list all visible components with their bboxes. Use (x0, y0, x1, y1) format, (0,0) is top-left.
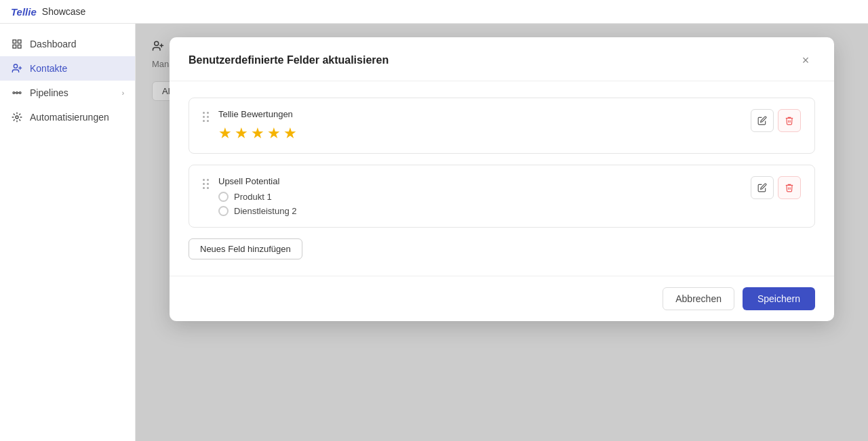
app-title: Showcase (42, 6, 86, 17)
drag-handle-2[interactable] (203, 179, 209, 189)
svg-rect-1 (18, 40, 21, 43)
modal-header: Benutzerdefinierte Felder aktualisieren … (170, 37, 834, 81)
svg-point-7 (19, 92, 21, 94)
field-card-2: Upsell Potential Produkt 1 Dienstleistun… (189, 165, 815, 228)
delete-field-2-button[interactable] (778, 176, 801, 199)
cancel-button[interactable]: Abbrechen (663, 287, 734, 310)
drag-dot (203, 187, 205, 189)
drag-dot (203, 112, 205, 114)
drag-dot (203, 116, 205, 118)
edit-field-1-button[interactable] (751, 109, 774, 132)
sidebar-item-kontakte[interactable]: Kontakte (0, 56, 135, 81)
stars-display: ★ ★ ★ ★ ★ (218, 125, 741, 142)
sidebar-item-automatisierungen[interactable]: Automatisierungen (0, 105, 135, 129)
delete-field-1-button[interactable] (778, 109, 801, 132)
modal-overlay: Benutzerdefinierte Felder aktualisieren … (136, 24, 868, 441)
contacts-icon (11, 62, 23, 75)
modal-footer: Abbrechen Speichern (170, 276, 834, 321)
radio-label-2: Dienstleistung 2 (234, 206, 297, 216)
dashboard-icon (11, 38, 23, 50)
sidebar-item-label: Pipelines (30, 87, 68, 98)
drag-dot (207, 112, 209, 114)
svg-rect-0 (13, 40, 16, 43)
svg-point-10 (16, 116, 18, 119)
radio-label-1: Produkt 1 (234, 192, 272, 202)
sidebar-item-dashboard[interactable]: Dashboard (0, 32, 135, 56)
star-3[interactable]: ★ (251, 125, 264, 142)
radio-circle-1 (218, 192, 229, 202)
sidebar-item-label: Kontakte (30, 63, 67, 74)
field-name-1: Tellie Bewertungen (218, 109, 741, 119)
svg-rect-2 (13, 45, 16, 48)
drag-dot (203, 179, 205, 181)
field-actions-1 (751, 109, 801, 132)
sidebar-item-pipelines[interactable]: Pipelines › (0, 81, 135, 105)
drag-dot (207, 187, 209, 189)
modal-body: Tellie Bewertungen ★ ★ ★ ★ ★ (170, 81, 834, 276)
sidebar: Dashboard Kontakte Pipelines › (0, 24, 136, 441)
svg-point-6 (16, 92, 18, 94)
sidebar-item-label: Automatisierungen (30, 112, 109, 123)
field-card-1: Tellie Bewertungen ★ ★ ★ ★ ★ (189, 98, 815, 154)
app-logo: Tellie (11, 6, 37, 18)
star-2[interactable]: ★ (235, 125, 248, 142)
drag-dot (207, 120, 209, 122)
field-content-1: Tellie Bewertungen ★ ★ ★ ★ ★ (218, 109, 741, 142)
drag-dot (207, 183, 209, 185)
star-4[interactable]: ★ (267, 125, 281, 142)
field-actions-2 (751, 176, 801, 199)
drag-dot (203, 183, 205, 185)
star-1[interactable]: ★ (218, 125, 232, 142)
drag-handle-1[interactable] (203, 112, 209, 122)
field-content-2: Upsell Potential Produkt 1 Dienstleistun… (218, 176, 741, 216)
chevron-right-icon: › (122, 89, 124, 97)
modal-close-button[interactable]: × (796, 51, 815, 70)
svg-rect-3 (18, 45, 21, 48)
modal: Benutzerdefinierte Felder aktualisieren … (170, 37, 834, 321)
radio-group: Produkt 1 Dienstleistung 2 (218, 192, 741, 216)
drag-dot (207, 116, 209, 118)
automations-icon (11, 111, 23, 123)
radio-circle-2 (218, 206, 229, 216)
pipelines-icon (11, 87, 23, 99)
drag-dot (207, 179, 209, 181)
main-content: Kontakte Manage all deine Kontakte und K… (136, 24, 868, 441)
svg-point-5 (13, 92, 15, 94)
main-layout: Dashboard Kontakte Pipelines › (0, 24, 868, 441)
edit-field-2-button[interactable] (751, 176, 774, 199)
field-name-2: Upsell Potential (218, 176, 741, 186)
radio-item-2[interactable]: Dienstleistung 2 (218, 206, 741, 216)
add-field-button[interactable]: Neues Feld hinzufügen (189, 238, 302, 259)
star-5[interactable]: ★ (283, 125, 297, 142)
svg-point-4 (14, 64, 17, 68)
radio-item-1[interactable]: Produkt 1 (218, 192, 741, 202)
save-button[interactable]: Speichern (743, 287, 815, 310)
drag-dot (203, 120, 205, 122)
sidebar-item-label: Dashboard (30, 39, 77, 49)
modal-title: Benutzerdefinierte Felder aktualisieren (189, 54, 389, 66)
topbar: Tellie Showcase (0, 0, 868, 24)
